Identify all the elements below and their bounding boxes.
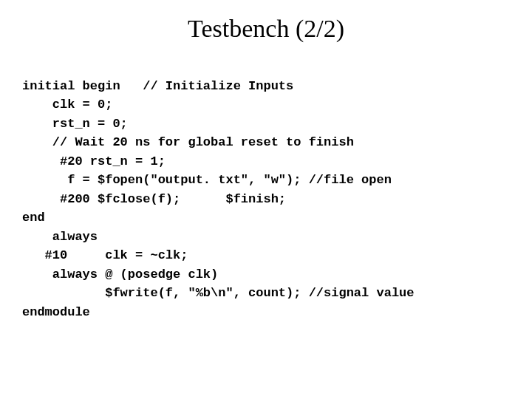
code-block: initial begin // Initialize Inputs clk =… <box>22 58 510 321</box>
slide-title: Testbench (2/2) <box>22 15 510 43</box>
code-line: // Wait 20 ns for global reset to finish <box>22 135 354 149</box>
code-line: endmodule <box>22 305 90 319</box>
code-line: end <box>22 211 45 225</box>
code-line: rst_n = 0; <box>22 117 128 131</box>
code-line: clk = 0; <box>22 98 112 112</box>
code-line: #20 rst_n = 1; <box>22 154 166 168</box>
code-line: #10 clk = ~clk; <box>22 248 188 262</box>
code-line: initial begin // Initialize Inputs <box>22 79 293 93</box>
code-line: #200 $fclose(f); $finish; <box>22 192 286 206</box>
code-line: $fwrite(f, "%b\n", count); //signal valu… <box>22 286 415 300</box>
code-line: always <box>22 230 98 244</box>
code-line: f = $fopen("output. txt", "w"); //file o… <box>22 173 392 187</box>
code-line: always @ (posedge clk) <box>22 267 218 282</box>
